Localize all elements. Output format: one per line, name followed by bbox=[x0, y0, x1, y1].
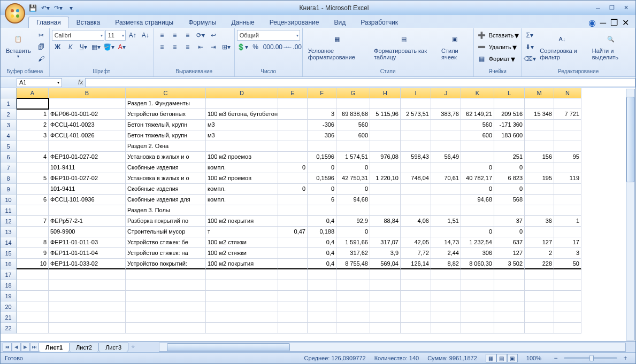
cell-J20[interactable] bbox=[431, 301, 461, 312]
column-header-F[interactable]: F bbox=[308, 88, 336, 98]
cell-N11[interactable] bbox=[554, 205, 581, 216]
cell-C12[interactable]: Разборка покрытий по bbox=[126, 216, 206, 227]
number-format-combo[interactable]: Общий▾ bbox=[237, 30, 300, 41]
cell-M22[interactable] bbox=[525, 323, 554, 334]
cell-I4[interactable] bbox=[401, 130, 431, 141]
cell-F13[interactable]: 0,188 bbox=[308, 227, 336, 237]
cell-G10[interactable]: 94,68 bbox=[336, 195, 370, 205]
cell-L9[interactable]: 0 bbox=[494, 184, 525, 195]
cell-G6[interactable]: 1 574,51 bbox=[336, 152, 370, 162]
cell-L12[interactable]: 37 bbox=[494, 216, 525, 227]
cell-K17[interactable] bbox=[461, 269, 494, 280]
cell-I8[interactable]: 748,04 bbox=[401, 173, 431, 184]
cell-J13[interactable] bbox=[431, 227, 461, 237]
column-header-E[interactable]: E bbox=[278, 88, 308, 98]
cell-F10[interactable]: 6 bbox=[308, 195, 336, 205]
cell-C2[interactable]: Устройство бетонных bbox=[126, 109, 206, 120]
cell-G16[interactable]: 8 755,48 bbox=[336, 259, 370, 269]
cell-A14[interactable]: 8 bbox=[17, 237, 49, 248]
cell-B21[interactable] bbox=[49, 312, 126, 323]
cell-D22[interactable] bbox=[206, 323, 278, 334]
cell-G22[interactable] bbox=[336, 323, 370, 334]
cell-K10[interactable]: 94,68 bbox=[461, 195, 494, 205]
cell-I7[interactable] bbox=[401, 162, 431, 173]
column-header-M[interactable]: M bbox=[525, 88, 554, 98]
cell-H15[interactable]: 3,9 bbox=[370, 248, 401, 259]
cell-K12[interactable] bbox=[461, 216, 494, 227]
indent-increase-button[interactable]: ⇥ bbox=[208, 41, 219, 53]
cell-H11[interactable] bbox=[370, 205, 401, 216]
cell-I19[interactable] bbox=[401, 291, 431, 301]
vertical-scrollbar[interactable] bbox=[626, 89, 635, 340]
cell-F5[interactable] bbox=[308, 141, 336, 152]
column-header-L[interactable]: L bbox=[494, 88, 525, 98]
cell-F9[interactable]: 0 bbox=[308, 184, 336, 195]
cell-N22[interactable] bbox=[554, 323, 581, 334]
grow-font-button[interactable]: A↑ bbox=[127, 29, 139, 41]
sheet-tab-2[interactable]: Лист2 bbox=[69, 343, 99, 352]
row-header-13[interactable]: 13 bbox=[1, 227, 17, 237]
cell-K11[interactable] bbox=[461, 205, 494, 216]
cell-D12[interactable]: 100 м2 покрытия bbox=[206, 216, 278, 227]
row-header-22[interactable]: 22 bbox=[1, 323, 17, 334]
cell-D6[interactable]: 100 м2 проемов bbox=[206, 152, 278, 162]
align-right-button[interactable]: ≡ bbox=[182, 41, 194, 53]
cell-D9[interactable]: компл. bbox=[206, 184, 278, 195]
spreadsheet-grid[interactable]: 12345678910111213141516171819202122 ABCD… bbox=[1, 88, 635, 341]
cell-L7[interactable]: 0 bbox=[494, 162, 525, 173]
cell-G18[interactable] bbox=[336, 280, 370, 291]
font-size-combo[interactable]: 11▾ bbox=[105, 30, 126, 41]
cell-D4[interactable]: м3 bbox=[206, 130, 278, 141]
row-header-19[interactable]: 19 bbox=[1, 291, 17, 301]
tab-view[interactable]: Вид bbox=[326, 17, 353, 28]
restore-button[interactable]: ❐ bbox=[606, 3, 618, 12]
cell-G2[interactable]: 69 838,68 bbox=[336, 109, 370, 120]
tab-developer[interactable]: Разработчик bbox=[353, 17, 405, 28]
cell-G13[interactable]: 0 bbox=[336, 227, 370, 237]
zoom-out-button[interactable]: − bbox=[550, 352, 562, 364]
cell-I14[interactable]: 42,05 bbox=[401, 237, 431, 248]
bold-button[interactable]: Ж bbox=[52, 41, 64, 53]
cell-A3[interactable]: 2 bbox=[17, 120, 49, 130]
cell-J4[interactable] bbox=[431, 130, 461, 141]
fill-button[interactable]: ⬇▾ bbox=[524, 41, 535, 53]
cell-F20[interactable] bbox=[308, 301, 336, 312]
cell-E10[interactable] bbox=[278, 195, 308, 205]
cell-L10[interactable]: 568 bbox=[494, 195, 525, 205]
cell-N16[interactable]: 50 bbox=[554, 259, 581, 269]
tab-data[interactable]: Данные bbox=[224, 17, 262, 28]
cell-M11[interactable] bbox=[525, 205, 554, 216]
cell-E14[interactable] bbox=[278, 237, 308, 248]
cell-J3[interactable] bbox=[431, 120, 461, 130]
cell-styles-button[interactable]: ▣Стили ячеек bbox=[438, 29, 471, 61]
cell-G17[interactable] bbox=[336, 269, 370, 280]
cell-G19[interactable] bbox=[336, 291, 370, 301]
cell-G4[interactable]: 600 bbox=[336, 130, 370, 141]
cell-K2[interactable]: 62 149,21 bbox=[461, 109, 494, 120]
cell-B2[interactable]: ФЕР06-01-001-02 bbox=[49, 109, 126, 120]
tab-layout[interactable]: Разметка страницы bbox=[108, 17, 181, 28]
cell-E5[interactable] bbox=[278, 141, 308, 152]
wrap-text-button[interactable]: ↩ bbox=[208, 29, 219, 41]
workbook-close-button[interactable]: ✕ bbox=[622, 18, 629, 28]
cell-J16[interactable]: 8,82 bbox=[431, 259, 461, 269]
cell-G11[interactable] bbox=[336, 205, 370, 216]
cell-L16[interactable]: 3 502 bbox=[494, 259, 525, 269]
formula-input[interactable] bbox=[85, 78, 635, 87]
cell-I9[interactable] bbox=[401, 184, 431, 195]
sort-filter-button[interactable]: A↓Сортировка и фильтр bbox=[537, 29, 587, 61]
cell-E8[interactable] bbox=[278, 173, 308, 184]
cell-E9[interactable]: 0 bbox=[278, 184, 308, 195]
cell-K13[interactable]: 0 bbox=[461, 227, 494, 237]
cell-F3[interactable]: -306 bbox=[308, 120, 336, 130]
cell-K22[interactable] bbox=[461, 323, 494, 334]
cell-H18[interactable] bbox=[370, 280, 401, 291]
fx-icon[interactable]: fx bbox=[78, 79, 83, 86]
cell-E17[interactable] bbox=[278, 269, 308, 280]
autosum-button[interactable]: Σ▾ bbox=[524, 29, 535, 41]
cell-N8[interactable]: 119 bbox=[554, 173, 581, 184]
office-button[interactable] bbox=[5, 3, 25, 24]
cell-A13[interactable] bbox=[17, 227, 49, 237]
format-cells-button[interactable]: ▦ bbox=[476, 53, 488, 65]
cell-M10[interactable] bbox=[525, 195, 554, 205]
